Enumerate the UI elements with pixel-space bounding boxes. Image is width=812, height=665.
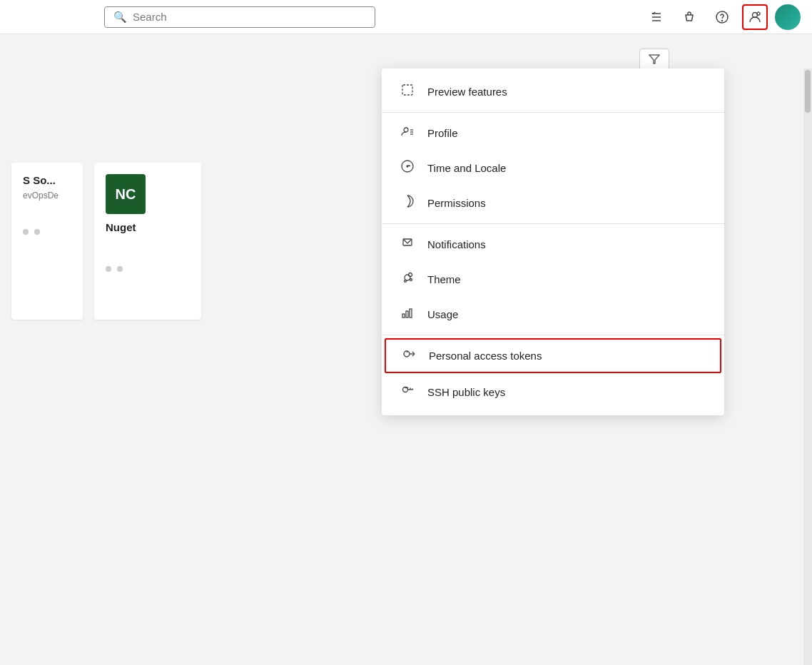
tasks-icon-button[interactable] [644,4,669,30]
scrollbar[interactable] [803,68,812,665]
dot-indicator [23,229,29,235]
avatar[interactable] [775,4,801,30]
svg-point-19 [407,166,408,167]
card-right-title: Nuget [106,221,190,233]
search-box[interactable]: 🔍 [104,6,375,28]
svg-point-23 [405,280,407,283]
time-locale-label: Time and Locale [427,162,506,174]
divider-3 [382,335,724,335]
svg-point-24 [410,279,412,281]
ssh-icon [399,383,416,401]
usage-icon [399,305,416,323]
card-left-sub: evOpsDe [23,191,71,200]
menu-item-preview-features[interactable]: Preview features [382,74,724,109]
header-icons [644,4,801,30]
header: 🔍 [0,0,812,34]
personal-access-tokens-label: Personal access tokens [429,350,542,362]
svg-point-4 [722,20,723,21]
search-icon: 🔍 [113,11,127,24]
profile-icon [399,124,416,142]
dot-indicator [117,266,123,272]
dot-indicator [106,266,111,272]
filter-button[interactable] [639,49,669,70]
user-settings-icon-button[interactable] [742,4,768,30]
preview-features-label: Preview features [427,86,507,98]
theme-label: Theme [427,273,461,285]
permissions-icon [399,194,416,212]
svg-marker-11 [649,55,659,64]
card-left-title: S So... [23,174,71,186]
card-avatar: NC [106,174,146,214]
menu-item-time-locale[interactable]: Time and Locale [382,151,724,186]
usage-label: Usage [427,308,458,320]
profile-label: Profile [427,127,458,139]
menu-item-permissions[interactable]: Permissions [382,186,724,220]
card-right[interactable]: NC Nuget [94,163,201,320]
help-icon-button[interactable] [709,4,735,30]
preview-icon [399,83,416,101]
svg-rect-26 [406,311,408,318]
svg-point-6 [757,12,760,15]
dot-indicator [34,229,40,235]
menu-item-theme[interactable]: Theme [382,262,724,297]
svg-line-32 [407,352,407,352]
notifications-icon [399,235,416,253]
svg-point-14 [404,128,408,132]
svg-rect-25 [402,314,405,318]
menu-item-usage[interactable]: Usage [382,297,724,332]
menu-item-profile[interactable]: Profile [382,116,724,151]
marketplace-icon-button[interactable] [676,4,702,30]
menu-item-ssh-public-keys[interactable]: SSH public keys [382,375,724,410]
menu-item-personal-access-tokens[interactable]: Personal access tokens [385,338,721,373]
card-left[interactable]: S So... evOpsDe [11,163,83,320]
svg-point-21 [405,275,410,280]
divider-1 [382,112,724,113]
ssh-public-keys-label: SSH public keys [427,386,505,398]
token-icon [400,347,417,365]
theme-icon [399,270,416,288]
content-area: S So... evOpsDe NC Nuget [0,34,812,665]
time-icon [399,159,416,177]
svg-rect-12 [402,85,412,95]
divider-2 [382,223,724,224]
permissions-label: Permissions [427,197,486,209]
search-input[interactable] [133,11,366,23]
menu-item-notifications[interactable]: Notifications [382,227,724,262]
notifications-label: Notifications [427,238,486,250]
dropdown-menu: Preview features Profile [382,68,724,415]
scrollbar-thumb[interactable] [805,70,811,113]
svg-rect-27 [410,309,412,318]
